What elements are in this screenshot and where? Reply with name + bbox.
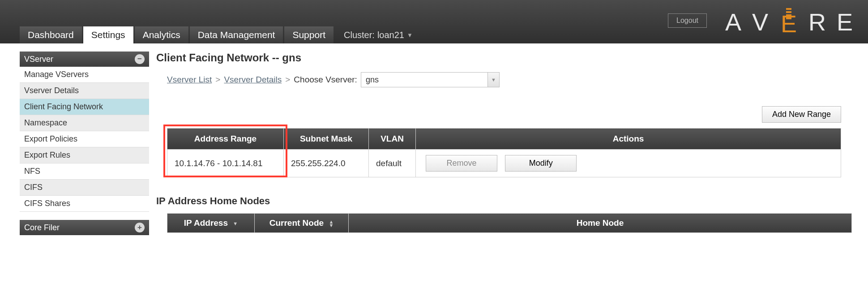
col-home-node[interactable]: Home Node	[349, 214, 852, 233]
remove-button[interactable]: Remove	[426, 155, 497, 172]
cluster-name: loan21	[377, 30, 404, 40]
vserver-select[interactable]: gns ▼	[361, 72, 500, 87]
sidebar-item-cifs-shares[interactable]: CIFS Shares	[20, 196, 149, 212]
tab-support[interactable]: Support	[284, 26, 334, 43]
sidebar-group-label: Core Filer	[24, 223, 60, 232]
modify-button[interactable]: Modify	[505, 155, 577, 172]
cell-subnet-mask: 255.255.224.0	[284, 150, 369, 177]
address-range-table: Address Range Subnet Mask VLAN Actions 1…	[167, 128, 841, 177]
brand-letter-a: A	[725, 8, 742, 36]
main-panel: Client Facing Network -- gns Vserver Lis…	[149, 43, 868, 235]
sidebar-group-core-filer[interactable]: Core Filer +	[20, 220, 149, 235]
collapse-icon: −	[135, 54, 145, 64]
breadcrumb-vserver-list[interactable]: Vserver List	[167, 75, 212, 85]
col-vlan: VLAN	[369, 129, 416, 150]
add-new-range-button[interactable]: Add New Range	[762, 106, 841, 123]
sidebar-item-vserver-details[interactable]: Vserver Details	[20, 83, 149, 99]
ip-home-nodes-table: IP Address ▼ Current Node ▲▼ Home Node	[167, 213, 852, 233]
table-row: 10.1.14.76 - 10.1.14.81 255.255.224.0 de…	[167, 150, 841, 177]
sidebar-item-nfs[interactable]: NFS	[20, 163, 149, 180]
breadcrumb-sep: >	[215, 75, 220, 85]
brand-letter-e-mid: E	[779, 8, 799, 36]
col-ip-address[interactable]: IP Address ▼	[167, 214, 255, 233]
chevron-down-icon: ▼	[487, 73, 499, 87]
breadcrumb-sep: >	[285, 75, 290, 85]
brand-logo: A V E R E	[725, 8, 854, 36]
sort-icon: ▲▼	[329, 220, 334, 227]
brand-letter-e: E	[837, 8, 854, 36]
page-title: Client Facing Network -- gns	[156, 52, 841, 64]
col-address-range: Address Range	[167, 129, 284, 150]
col-subnet-mask: Subnet Mask	[284, 129, 369, 150]
add-range-row: Add New Range	[156, 106, 841, 123]
logout-button[interactable]: Logout	[668, 13, 707, 28]
sidebar-item-cifs[interactable]: CIFS	[20, 180, 149, 196]
sidebar-item-manage-vservers[interactable]: Manage VServers	[20, 67, 149, 83]
cluster-selector[interactable]: Cluster: loan21 ▼	[344, 27, 413, 43]
sidebar-item-export-policies[interactable]: Export Policies	[20, 131, 149, 147]
content: VServer − Manage VServers Vserver Detail…	[0, 43, 868, 235]
sidebar-item-export-rules[interactable]: Export Rules	[20, 147, 149, 163]
cluster-label-text: Cluster:	[344, 30, 375, 40]
breadcrumb-vserver-details[interactable]: Vserver Details	[224, 75, 282, 85]
sort-icon: ▼	[233, 222, 238, 225]
col-current-node[interactable]: Current Node ▲▼	[255, 214, 349, 233]
col-actions: Actions	[416, 129, 841, 150]
main-tabs: Dashboard Settings Analytics Data Manage…	[20, 26, 413, 43]
sidebar-item-client-facing-network[interactable]: Client Facing Network	[20, 99, 149, 115]
tab-dashboard[interactable]: Dashboard	[20, 26, 82, 43]
header-bar: Logout A V E R E Dashboard Settings Anal…	[0, 0, 868, 43]
sidebar-group-label: VServer	[24, 55, 53, 64]
brand-letter-v: V	[752, 8, 769, 36]
choose-vserver-label: Choose Vserver:	[294, 75, 357, 85]
tab-analytics[interactable]: Analytics	[135, 26, 188, 43]
address-range-section: Address Range Subnet Mask VLAN Actions 1…	[167, 128, 841, 177]
ip-home-nodes-title: IP Address Home Nodes	[156, 195, 841, 207]
sidebar: VServer − Manage VServers Vserver Detail…	[0, 43, 149, 235]
cell-vlan: default	[369, 150, 416, 177]
sidebar-item-namespace[interactable]: Namespace	[20, 115, 149, 131]
vserver-select-value: gns	[366, 75, 379, 85]
expand-icon: +	[135, 223, 145, 232]
sidebar-group-vserver[interactable]: VServer −	[20, 52, 149, 67]
cell-address-range: 10.1.14.76 - 10.1.14.81	[167, 150, 284, 177]
cell-actions: Remove Modify	[416, 150, 841, 177]
breadcrumb: Vserver List > Vserver Details > Choose …	[167, 72, 841, 87]
brand-letter-r: R	[808, 8, 827, 36]
tab-data-management[interactable]: Data Management	[190, 26, 283, 43]
chevron-down-icon: ▼	[407, 32, 413, 39]
tab-settings[interactable]: Settings	[83, 26, 133, 43]
